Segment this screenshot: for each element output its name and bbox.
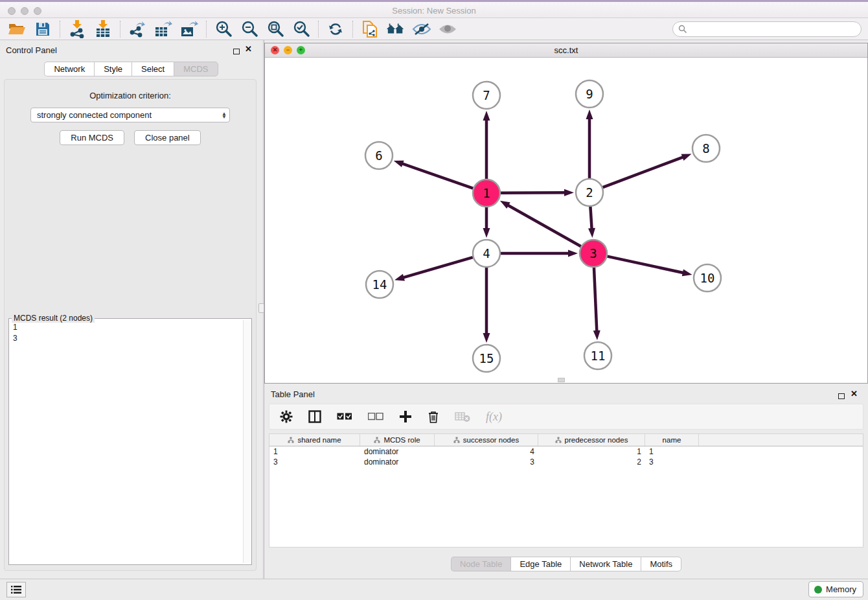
tree-icon (555, 437, 562, 443)
table-row[interactable]: 3 dominator 3 2 3 (269, 457, 863, 467)
node-label-9: 9 (586, 87, 593, 101)
divider-grip[interactable] (258, 303, 264, 313)
optimization-criterion-select[interactable]: strongly connected component ▲▼ (30, 108, 230, 122)
zoom-in-icon[interactable] (214, 20, 233, 38)
import-table-icon[interactable] (93, 20, 113, 38)
cell-mcds-role: dominator (360, 457, 435, 467)
tree-icon (288, 437, 294, 443)
search-icon (678, 25, 687, 34)
table-panel: Table Panel ✕ f(x) shared name (264, 386, 868, 577)
close-panel-icon[interactable]: ✕ (245, 46, 252, 52)
apply-layout-icon[interactable] (326, 20, 345, 38)
zoom-selected-icon[interactable] (291, 20, 311, 38)
arrowhead-icon (483, 333, 490, 343)
import-network-icon[interactable] (67, 20, 87, 38)
memory-button[interactable]: Memory (808, 581, 863, 597)
show-all-icon[interactable] (438, 20, 457, 38)
mcds-result-box: MCDS result (2 nodes) 1 3 (8, 318, 252, 565)
edge-4-14[interactable] (403, 257, 473, 278)
task-list-icon (10, 585, 22, 594)
edge-3-11[interactable] (594, 268, 597, 332)
show-columns-icon[interactable] (308, 410, 321, 423)
cell-shared-name: 1 (269, 447, 360, 456)
column-header-successor-nodes[interactable]: successor nodes (435, 434, 538, 446)
cell-successor-nodes: 3 (435, 457, 538, 467)
zoom-fit-icon[interactable] (266, 20, 285, 38)
export-network-icon[interactable] (128, 20, 147, 38)
table-float-panel-icon[interactable] (838, 390, 845, 402)
deselect-all-icon[interactable] (368, 413, 383, 421)
tab-motifs[interactable]: Motifs (641, 557, 681, 571)
window-title: Session: New Session (0, 6, 868, 16)
arrowhead-icon (586, 110, 593, 119)
export-image-icon[interactable] (179, 20, 199, 38)
hide-selected-icon[interactable] (412, 20, 431, 38)
edge-3-10[interactable] (608, 257, 684, 273)
column-header-name[interactable]: name (645, 434, 699, 446)
arrowhead-icon (394, 161, 404, 167)
memory-status-icon (814, 586, 822, 594)
tab-style[interactable]: Style (94, 62, 131, 76)
arrowhead-icon (500, 201, 510, 209)
edge-3-1[interactable] (507, 205, 581, 246)
run-mcds-button[interactable]: Run MCDS (60, 130, 124, 145)
node-label-1: 1 (483, 186, 490, 200)
delete-column-icon[interactable] (428, 410, 439, 423)
node-label-4: 4 (483, 246, 490, 260)
network-resize-grip[interactable] (558, 378, 565, 382)
arrowhead-icon (593, 330, 600, 340)
tab-select[interactable]: Select (131, 62, 174, 76)
node-label-8: 8 (702, 141, 709, 156)
tab-node-table[interactable]: Node Table (451, 557, 511, 571)
edge-2-3[interactable] (590, 207, 591, 229)
cell-predecessor-nodes: 2 (538, 457, 645, 467)
tab-network-table[interactable]: Network Table (570, 557, 641, 571)
search-box[interactable] (672, 21, 862, 37)
function-builder-label: f(x) (486, 410, 502, 424)
column-header-mcds-role[interactable]: MCDS role (360, 434, 435, 446)
tab-edge-table[interactable]: Edge Table (510, 557, 570, 571)
edge-1-2[interactable] (501, 192, 565, 193)
select-all-icon[interactable] (337, 413, 352, 421)
save-session-icon[interactable] (33, 20, 52, 38)
column-header-predecessor-nodes[interactable]: predecessor nodes (538, 434, 645, 446)
add-column-icon[interactable] (399, 410, 412, 423)
float-panel-icon[interactable] (233, 45, 240, 57)
table-row[interactable]: 1 dominator 4 1 1 (269, 446, 863, 457)
edge-2-8[interactable] (603, 157, 684, 187)
column-header-shared-name[interactable]: shared name (269, 434, 360, 446)
first-neighbors-icon[interactable] (386, 20, 405, 38)
close-panel-button[interactable]: Close panel (134, 130, 201, 145)
control-panel-tabs: Network Style Select MCDS (0, 62, 262, 76)
edge-1-6[interactable] (402, 163, 473, 189)
table-close-panel-icon[interactable]: ✕ (851, 391, 858, 397)
control-panel-title: Control Panel (6, 45, 57, 55)
arrowhead-icon (682, 269, 692, 276)
mcds-result-text[interactable]: 1 3 (9, 321, 242, 564)
arrowhead-icon (568, 250, 578, 257)
network-window-titlebar[interactable]: ✕ − + scc.txt (265, 43, 867, 58)
node-label-11: 11 (591, 349, 606, 363)
tree-icon (374, 437, 380, 443)
tab-network[interactable]: Network (44, 62, 94, 76)
node-label-3: 3 (589, 246, 597, 260)
cell-predecessor-nodes: 1 (538, 447, 645, 456)
node-label-7: 7 (483, 88, 490, 102)
cell-name: 3 (645, 457, 699, 467)
delete-table-icon (455, 411, 470, 422)
network-from-selection-icon[interactable] (360, 20, 380, 38)
result-line: 1 (13, 322, 238, 333)
network-canvas[interactable]: 7968124314101511 (265, 58, 867, 383)
result-scrollbar[interactable] (243, 320, 251, 563)
zoom-out-icon[interactable] (240, 20, 259, 38)
table-mode-gear-icon[interactable] (280, 410, 293, 423)
node-label-14: 14 (372, 277, 387, 292)
task-history-button[interactable] (6, 582, 26, 597)
node-label-10: 10 (700, 271, 715, 285)
cell-name: 1 (645, 447, 699, 456)
selected-criterion: strongly connected component (37, 110, 222, 120)
export-table-icon[interactable] (154, 20, 173, 38)
open-session-icon[interactable] (7, 20, 27, 38)
search-input[interactable] (687, 25, 861, 34)
tab-mcds[interactable]: MCDS (174, 62, 218, 76)
